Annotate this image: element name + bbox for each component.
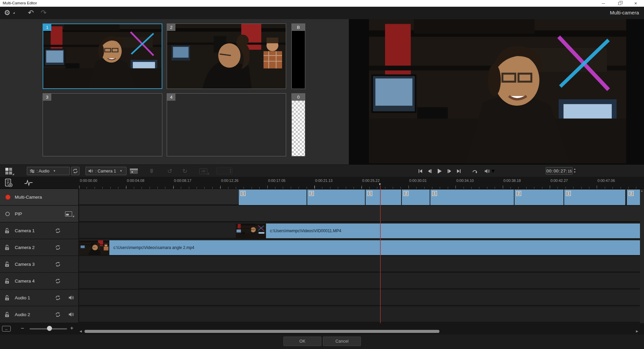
ruler-corner (0, 177, 79, 189)
loop-icon (472, 168, 478, 174)
sync-icon[interactable] (55, 295, 61, 301)
ruler-tick-label: 0:00:42.27 (550, 179, 568, 183)
sync-icon[interactable] (55, 245, 61, 250)
restore-button[interactable] (612, 0, 627, 7)
transparent-clip-swatch (292, 101, 305, 156)
multiview-cell-camera-4[interactable]: 4 (167, 93, 286, 156)
audio-waveform-button[interactable] (24, 180, 33, 186)
chevron-down-icon: ◢ (72, 215, 74, 217)
next-frame-button[interactable] (445, 167, 454, 175)
multiview-cell-camera-3[interactable]: 3 (43, 93, 162, 156)
minimize-button[interactable] (596, 0, 610, 7)
fit-timeline-button[interactable]: ↔ (2, 326, 11, 332)
zoom-out-button[interactable]: − (21, 325, 24, 332)
volume-dropdown[interactable]: ▼ (491, 167, 495, 175)
skip-start-icon (418, 168, 423, 174)
speaker-icon[interactable] (68, 295, 74, 300)
transition-ab-button: AB ◢ (199, 167, 208, 175)
ruler-tick-label: 0:00:12.26 (221, 179, 238, 183)
multiview-cell-transparent[interactable]: 0 (291, 93, 305, 156)
cell-number-badge: B (292, 24, 305, 31)
sync-icon[interactable] (55, 261, 61, 267)
lock-icon[interactable] (5, 278, 9, 284)
scroll-up-icon: ▲ (641, 190, 643, 192)
go-to-start-button[interactable] (416, 167, 425, 175)
cell-number-badge: 1 (43, 24, 51, 31)
camera-2-thumbnail (167, 24, 286, 89)
track-header-camera-2[interactable]: Camera 2 (0, 239, 78, 256)
scroll-right-arrow[interactable]: ▶ (636, 330, 638, 333)
split-clip-icon (129, 168, 138, 174)
cancel-button[interactable]: Cancel (323, 337, 361, 346)
frame-back-icon (427, 168, 432, 174)
ruler-tick-label: 0:00:04.08 (127, 179, 144, 183)
lock-icon[interactable] (5, 312, 9, 317)
record-indicator-icon[interactable] (5, 195, 10, 200)
window-title: Multi-Camera Editor (3, 1, 37, 5)
mixer-icon (30, 169, 35, 173)
track-header-multi-camera[interactable]: Multi-Camera (0, 189, 78, 205)
pip-layout-button[interactable]: ◢ (65, 211, 72, 216)
lanes-overlay (79, 189, 640, 323)
vertical-scrollbar[interactable]: ▲ (640, 189, 644, 323)
scroll-left-arrow[interactable]: ◀ (79, 330, 82, 333)
pip-radio-icon[interactable] (5, 212, 10, 216)
loop-playback-button[interactable] (470, 167, 479, 175)
sync-icon[interactable] (55, 278, 61, 284)
playhead-handle[interactable]: ▼ (378, 183, 381, 186)
preview-video (369, 19, 626, 163)
ok-button[interactable]: OK (283, 337, 321, 346)
undo-button[interactable]: ↶ (26, 8, 36, 17)
track-header-audio-1[interactable]: Audio 1 (0, 290, 78, 306)
go-to-end-button[interactable] (454, 167, 463, 175)
sync-sources-button[interactable] (71, 167, 79, 175)
lock-icon[interactable] (5, 261, 9, 267)
track-header-audio-2[interactable]: Audio 2 (0, 306, 78, 323)
layout-grid-button[interactable]: ◢ (4, 167, 13, 175)
chevron-down-icon: ▼ (490, 168, 496, 174)
split-clip-button[interactable] (129, 167, 139, 175)
timecode-spinner[interactable]: ▲▼ (574, 167, 576, 173)
zoom-slider-thumb[interactable] (47, 326, 52, 331)
previous-frame-button[interactable] (425, 167, 434, 175)
sync-icon[interactable] (55, 228, 61, 234)
restore-icon (618, 2, 621, 5)
playhead-line (380, 186, 381, 323)
add-source-button[interactable] (5, 179, 13, 187)
cell-number-badge: 4 (167, 94, 175, 101)
timecode-display[interactable]: 00: 00: 27: 15 (546, 167, 573, 174)
timecode-frames: 15 (568, 169, 572, 173)
timeline-ruler[interactable]: 0:00:00.000:00:04.080:00:08.170:00:12.26… (79, 177, 640, 189)
lock-icon[interactable] (5, 228, 9, 234)
play-icon (436, 168, 442, 174)
speaker-icon[interactable] (68, 312, 74, 317)
track-header-camera-1[interactable]: Camera 1 (0, 222, 78, 239)
zoom-in-button[interactable]: + (70, 325, 73, 332)
play-button[interactable] (435, 167, 444, 175)
audio-source-dropdown[interactable]: : Audio ▼ (27, 167, 70, 175)
multiview-cell-black[interactable]: B (291, 23, 305, 89)
lock-icon[interactable] (5, 295, 9, 301)
track-header-pip[interactable]: PIP ◢ (0, 206, 78, 222)
footer-bar: OK Cancel (0, 335, 644, 349)
horizontal-scrollbar-thumb[interactable] (85, 330, 439, 333)
timeline-panel: 0:00:00.000:00:04.080:00:08.170:00:12.26… (0, 177, 644, 335)
multiview-cell-camera-2[interactable]: 2 (167, 23, 286, 89)
close-icon: × (634, 1, 637, 6)
ruler-tick-label: 0:00:38.18 (503, 179, 521, 183)
ab-icon: AB (199, 168, 207, 174)
settings-button[interactable]: ⚙◢ (4, 8, 15, 17)
chevron-down-icon: ▼ (120, 169, 122, 172)
skip-end-icon (456, 168, 462, 174)
track-header-camera-4[interactable]: Camera 4 (0, 273, 78, 289)
sync-icon[interactable] (55, 312, 61, 317)
track-header-camera-3[interactable]: Camera 3 (0, 256, 78, 272)
cell-number-badge: 2 (167, 24, 175, 31)
lock-icon[interactable] (5, 245, 9, 250)
multiview-cell-camera-1[interactable]: 1 (43, 23, 162, 89)
close-button[interactable]: × (629, 0, 643, 7)
speaker-icon (88, 169, 94, 173)
redo-button[interactable]: ↷ (39, 8, 48, 17)
track-label: PIP (15, 211, 22, 216)
audio-monitor-dropdown[interactable]: : Camera 1 ▼ (86, 167, 126, 175)
